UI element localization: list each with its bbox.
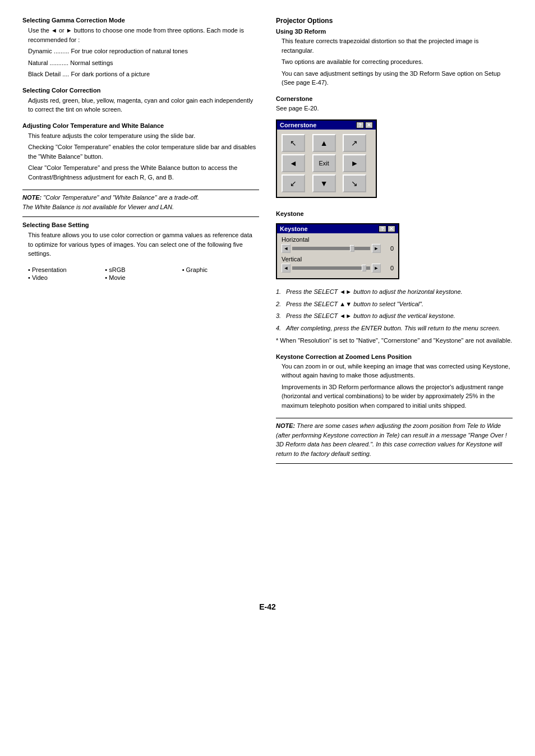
keystone-section: Keystone Keystone ? ✕ Horizontal ◄ — [276, 210, 513, 345]
keystone-body: Horizontal ◄ ► 0 Vertical ◄ — [277, 233, 398, 278]
cornerstone-help-btn[interactable]: ? — [356, 122, 364, 128]
bullet-list: • Presentation • sRGB • Graphic • Video … — [28, 266, 259, 281]
note2-box: NOTE: There are some cases when adjustin… — [276, 418, 513, 464]
note1-box: NOTE: "Color Temperature" and "White Bal… — [22, 190, 259, 217]
keystone-subtitle: Keystone — [276, 210, 513, 217]
keystone-numbered-list: 1. Press the SELECT ◄► button to adjust … — [276, 287, 513, 333]
3d-reform-p3: You can save adjustment settings by usin… — [282, 69, 513, 87]
keystone-step-4: 4. After completing, press the ENTER but… — [276, 324, 513, 333]
note1-bold-prefix: NOTE: — [22, 194, 41, 201]
step2-num: 2. — [276, 299, 284, 309]
asterisk-note: * When "Resolution" is set to "Native", … — [276, 336, 513, 345]
color-temp-title: Adjusting Color Temperature and White Ba… — [22, 122, 259, 129]
cs-exit-btn[interactable]: Exit — [312, 154, 336, 172]
cs-bottom-btn[interactable]: ▼ — [312, 174, 336, 192]
keystone-h-value: 0 — [382, 245, 394, 252]
3d-reform-body: This feature corrects trapezoidal distor… — [282, 36, 513, 87]
note1-text: NOTE: "Color Temperature" and "White Bal… — [22, 193, 259, 211]
gamma-body: Use the ◄ or ► buttons to choose one mod… — [28, 26, 259, 79]
color-temp-body: This feature adjusts the color temperatu… — [28, 131, 259, 182]
keystone-v-left-btn[interactable]: ◄ — [282, 264, 290, 273]
step4-text: After completing, press the ENTER button… — [286, 324, 500, 333]
page-container: Selecting Gamma Correction Mode Use the … — [0, 0, 535, 756]
color-temp-p2: Checking "Color Temperature" enables the… — [28, 142, 259, 161]
keystone-h-track[interactable] — [292, 247, 370, 250]
cornerstone-dialog: Cornerstone ? ✕ ↖ ▲ ↗ ◄ Exit ► ↙ ▼ ↘ — [276, 119, 377, 198]
step4-num: 4. — [276, 324, 284, 333]
cornerstone-subtitle: Cornerstone — [276, 95, 513, 102]
keystone-h-thumb — [350, 245, 354, 252]
3d-reform-section: Using 3D Reform This feature corrects tr… — [276, 28, 513, 87]
gamma-dynamic: Dynamic ......... For true color reprodu… — [28, 47, 259, 56]
keystone-correction-p1: You can zoom in or out, while keeping an… — [282, 362, 513, 380]
asterisk-text: When "Resolution" is set to "Native", "C… — [280, 337, 512, 344]
cornerstone-titlebar: Cornerstone ? ✕ — [277, 121, 376, 130]
color-correction-p1: Adjusts red, green, blue, yellow, magent… — [28, 96, 259, 114]
color-temp-p1: This feature adjusts the color temperatu… — [28, 131, 259, 141]
gamma-black: Black Detail .... For dark portions of a… — [28, 70, 259, 79]
keystone-v-track[interactable] — [292, 266, 370, 270]
step1-text: Press the SELECT ◄► button to adjust the… — [286, 287, 463, 297]
keystone-h-left-btn[interactable]: ◄ — [282, 244, 290, 253]
bullet-graphic: • Graphic — [182, 266, 259, 273]
cs-topleft-btn[interactable]: ↖ — [282, 134, 305, 152]
keystone-horizontal-label: Horizontal — [282, 236, 394, 243]
cornerstone-title-buttons: ? ✕ — [356, 122, 373, 128]
note1-content: "Color Temperature" and "White Balance" … — [22, 194, 199, 210]
base-setting-title: Selecting Base Setting — [22, 222, 259, 228]
keystone-v-thumb — [362, 265, 366, 271]
color-temp-section: Adjusting Color Temperature and White Ba… — [22, 122, 259, 182]
cs-topright-btn[interactable]: ↗ — [343, 134, 366, 152]
color-temp-p3: Clear "Color Temperature" and press the … — [28, 163, 259, 182]
color-correction-title: Selecting Color Correction — [22, 87, 259, 94]
projector-options-title: Projector Options — [276, 17, 513, 25]
color-correction-section: Selecting Color Correction Adjusts red, … — [22, 87, 259, 114]
color-correction-body: Adjusts red, green, blue, yellow, magent… — [28, 96, 259, 114]
step3-num: 3. — [276, 311, 284, 321]
keystone-correction-title: Keystone Correction at Zoomed Lens Posit… — [276, 353, 513, 360]
cornerstone-grid: ↖ ▲ ↗ ◄ Exit ► ↙ ▼ ↘ — [277, 130, 376, 197]
note2-content: There are some cases when adjusting the … — [276, 422, 507, 457]
keystone-help-btn[interactable]: ? — [379, 225, 386, 232]
3d-reform-p1: This feature corrects trapezoidal distor… — [282, 36, 513, 55]
keystone-vertical-row: ◄ ► 0 — [282, 264, 394, 273]
base-setting-body: This feature allows you to use color cor… — [28, 231, 259, 259]
base-setting-section: Selecting Base Setting This feature allo… — [22, 222, 259, 259]
keystone-v-right-btn[interactable]: ► — [372, 264, 381, 273]
keystone-dialog: Keystone ? ✕ Horizontal ◄ ► 0 — [276, 223, 399, 279]
gamma-section: Selecting Gamma Correction Mode Use the … — [22, 17, 259, 79]
cornerstone-dialog-title: Cornerstone — [280, 122, 316, 128]
right-column: Projector Options Using 3D Reform This f… — [276, 17, 513, 591]
3d-reform-subtitle: Using 3D Reform — [276, 28, 513, 35]
bullet-movie: • Movie — [105, 274, 182, 281]
gamma-p1: Use the ◄ or ► buttons to choose one mod… — [28, 26, 259, 44]
keystone-step-3: 3. Press the SELECT ◄► button to adjust … — [276, 311, 513, 321]
keystone-correction-body: You can zoom in or out, while keeping an… — [282, 362, 513, 411]
left-column: Selecting Gamma Correction Mode Use the … — [22, 17, 259, 591]
cs-top-btn[interactable]: ▲ — [312, 134, 336, 152]
keystone-horizontal-row: ◄ ► 0 — [282, 244, 394, 253]
cs-bottomleft-btn[interactable]: ↙ — [282, 174, 305, 192]
bullet-srgb: • sRGB — [105, 266, 182, 273]
cornerstone-close-btn[interactable]: ✕ — [365, 122, 373, 128]
note2-text: NOTE: There are some cases when adjustin… — [276, 421, 513, 458]
gamma-title: Selecting Gamma Correction Mode — [22, 17, 259, 24]
keystone-close-btn[interactable]: ✕ — [388, 225, 395, 232]
3d-reform-p2: Two options are available for correcting… — [282, 57, 513, 67]
cornerstone-desc: See page E-20. — [276, 104, 513, 113]
step3-text: Press the SELECT ◄► button to adjust the… — [286, 311, 455, 321]
step2-text: Press the SELECT ▲▼ button to select "Ve… — [286, 299, 423, 309]
keystone-titlebar: Keystone ? ✕ — [277, 224, 398, 233]
bullet-video: • Video — [28, 274, 105, 281]
keystone-dialog-title: Keystone — [280, 225, 308, 232]
page-number: E-42 — [259, 602, 276, 611]
cs-right-btn[interactable]: ► — [343, 154, 366, 172]
note2-bold-prefix: NOTE: — [276, 422, 295, 429]
base-setting-p1: This feature allows you to use color cor… — [28, 231, 259, 259]
cs-left-btn[interactable]: ◄ — [282, 154, 305, 172]
keystone-h-right-btn[interactable]: ► — [372, 244, 381, 253]
bullet-presentation: • Presentation — [28, 266, 105, 273]
gamma-natural: Natural ........... Normal settings — [28, 58, 259, 68]
keystone-step-1: 1. Press the SELECT ◄► button to adjust … — [276, 287, 513, 297]
cs-bottomright-btn[interactable]: ↘ — [343, 174, 366, 192]
